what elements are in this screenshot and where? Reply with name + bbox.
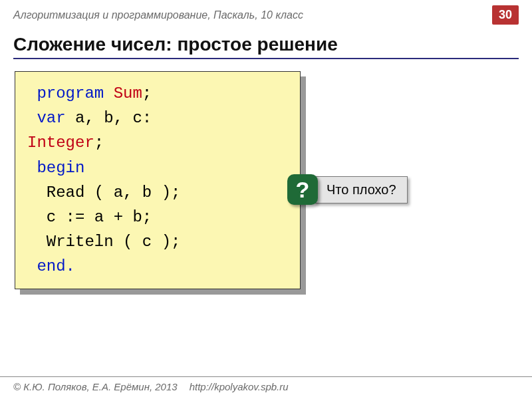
program-name: Sum: [114, 84, 142, 102]
keyword-program: program: [37, 84, 104, 102]
code-box: program Sum; var a, b, c: Integer; begin…: [15, 71, 301, 289]
code-block: program Sum; var a, b, c: Integer; begin…: [15, 71, 301, 289]
question-icon: ?: [287, 174, 318, 205]
type-integer: Integer: [27, 134, 94, 152]
code-line-5: Read ( a, b );: [27, 180, 288, 205]
keyword-begin: begin: [37, 159, 84, 177]
footer-authors: © К.Ю. Поляков, Е.А. Ерёмин, 2013: [13, 381, 178, 392]
stmt-writeln: Writeln ( c );: [47, 233, 181, 251]
code-line-4: begin: [27, 156, 288, 180]
slide-footer: © К.Ю. Поляков, Е.А. Ерёмин, 2013 http:/…: [0, 376, 532, 399]
keyword-var: var: [37, 109, 65, 127]
var-decl: a, b, c:: [66, 109, 152, 127]
code-line-7: Writeln ( c );: [27, 229, 288, 254]
title-underline: [13, 58, 519, 59]
code-line-2: var a, b, c:: [27, 106, 288, 130]
code-line-3: Integer;: [27, 130, 288, 155]
callout: ? Что плохо?: [287, 174, 408, 205]
punct: ;: [142, 84, 152, 102]
page-number-badge: 30: [492, 5, 519, 25]
footer-url: http://kpolyakov.spb.ru: [190, 381, 289, 392]
punct: ;: [94, 134, 104, 152]
code-line-8: end.: [27, 254, 288, 279]
slide-title: Сложение чисел: простое решение: [0, 29, 532, 58]
stmt-read: Read ( a, b );: [47, 184, 181, 201]
course-name: Алгоритмизация и программирование, Паска…: [13, 9, 303, 21]
callout-text: Что плохо?: [314, 176, 408, 203]
keyword-end: end.: [37, 257, 75, 275]
stmt-assign: c := a + b;: [47, 208, 152, 226]
slide-header: Алгоритмизация и программирование, Паска…: [0, 0, 532, 29]
code-line-1: program Sum;: [27, 81, 288, 106]
code-line-6: c := a + b;: [27, 205, 288, 229]
